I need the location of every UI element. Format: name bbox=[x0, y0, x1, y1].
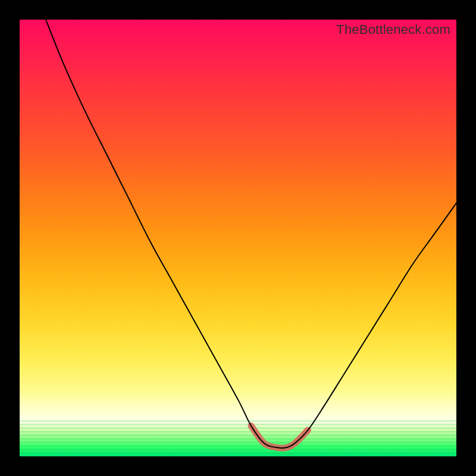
chart-frame: TheBottleneck.com bbox=[0, 0, 476, 476]
plot-area: TheBottleneck.com bbox=[20, 20, 456, 456]
curve-svg bbox=[20, 20, 456, 456]
bottleneck-curve bbox=[46, 20, 456, 448]
highlight-segment bbox=[251, 426, 308, 449]
